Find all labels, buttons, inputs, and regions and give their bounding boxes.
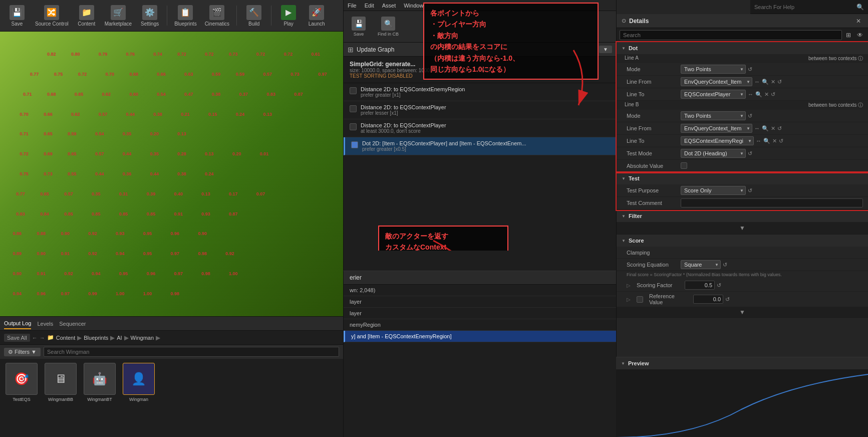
mode-dropdown-b[interactable]: Two Points [681,111,746,120]
eqs-save-button[interactable]: 💾 Save [348,15,370,39]
tab-output-log[interactable]: Output Log [4,318,31,329]
factor-reset[interactable]: ↺ [717,282,721,289]
source-control-button[interactable]: 🔀 Source Control [32,2,72,30]
lt-arrow-b[interactable]: ↔ [756,138,761,144]
tab-levels[interactable]: Levels [37,319,53,329]
lf-search-b[interactable]: 🔍 [762,125,769,132]
lf-arrow-b[interactable]: ↔ [754,125,760,131]
forward-arrow[interactable]: → [40,335,45,341]
test-check-0[interactable] [350,87,357,94]
dot-section-header[interactable]: ▼ Dot [617,42,868,54]
ref-checkbox[interactable] [637,296,643,303]
save-all-button[interactable]: Save All [4,334,30,342]
menu-file[interactable]: File [348,3,357,9]
test-comment-input[interactable] [681,198,863,207]
test-item-2[interactable]: Distance 2D: to EQSContextPlayer at leas… [344,119,616,137]
details-grid-button[interactable]: ⊞ [844,31,853,40]
lf-reset-a[interactable]: ↺ [777,79,782,85]
eqs-lower-item-2[interactable]: layer [344,308,616,319]
settings-button[interactable]: ⚙️ Settings [137,2,163,30]
content-button[interactable]: 📁 Content [74,2,100,30]
eqs-info: SimpleGrid: generate... size: 10000.0, s… [344,57,616,83]
details-close-button[interactable]: ✕ [854,17,863,26]
factor-input[interactable] [685,281,715,290]
lt-reset-a[interactable]: ↺ [771,91,775,98]
play-button[interactable]: ▶ Play [275,2,302,30]
eqs-lower-item-1[interactable]: layer [344,296,616,308]
cb-item-testeqs[interactable]: 🎯 TestEQS [4,363,39,402]
test-mode-dropdown[interactable]: Dot 2D (Heading) [681,149,746,158]
menu-asset[interactable]: Asset [382,3,396,9]
test-check-1[interactable] [350,105,357,112]
eqs-lower-item-3[interactable]: nemyRegion [344,319,616,331]
launch-button[interactable]: 🚀 Launch [304,2,330,30]
lf-x-a[interactable]: ✕ [771,79,775,85]
marketplace-button[interactable]: 🛒 Marketplace [102,2,135,30]
filters-button[interactable]: ⚙ Filters ▼ [4,348,41,356]
lt-arrow-a[interactable]: ↔ [748,91,753,97]
details-eye-button[interactable]: 👁 [855,31,865,40]
test-check-3[interactable] [351,141,358,148]
purpose-reset[interactable]: ↺ [748,187,752,194]
lf-x-b[interactable]: ✕ [771,125,775,132]
lf-arrow-a[interactable]: ↔ [754,79,760,85]
line-to-dropdown-a[interactable]: EQSContextPlayer [681,90,746,99]
test-item-1[interactable]: Distance 2D: to EQSContextPlayer prefer … [344,101,616,119]
blueprints-button[interactable]: 📋 Blueprints [171,2,199,30]
score-section-header[interactable]: ▼ Score [617,235,868,247]
breadcrumb-content[interactable]: Content [56,335,76,341]
line-to-dropdown-b[interactable]: EQSContextEnemyRegi [681,136,754,145]
lt-x-a[interactable]: ✕ [764,91,769,98]
ref-reset[interactable]: ↺ [725,296,730,303]
ref-input[interactable] [693,295,723,304]
preview-triangle: ▼ [621,361,625,366]
factor-triangle[interactable]: ▷ [627,283,633,288]
filter-expand[interactable]: ▼ [617,222,868,234]
lt-x-b[interactable]: ✕ [772,138,777,144]
lf-search-a[interactable]: 🔍 [762,79,769,85]
details-search-input[interactable] [620,30,842,40]
content-search-input[interactable] [44,347,339,357]
menu-window[interactable]: Window [404,3,423,9]
back-arrow[interactable]: ← [32,335,38,341]
save-button[interactable]: 💾 Save [4,2,30,30]
test-item-0[interactable]: Distance 2D: to EQSContextEnemyRegion pr… [344,83,616,101]
lt-search-b[interactable]: 🔍 [763,138,770,144]
absolute-value-checkbox[interactable] [681,162,687,169]
menu-edit[interactable]: Edit [365,3,374,9]
viewport[interactable]: 0.820.800.790.760.740.720.720.730.720.72… [0,32,343,316]
cinematics-button[interactable]: 🎬 Cinematics [202,2,232,30]
ref-triangle[interactable]: ▷ [627,297,633,302]
mode-reset-a[interactable]: ↺ [748,66,752,73]
lf-reset-b[interactable]: ↺ [777,125,782,132]
eqs-lower-item-4[interactable]: y] and [Item - EQSContextEnemyRegion] [344,331,616,342]
breadcrumb-blueprints[interactable]: Blueprints [84,335,108,341]
cb-item-wingmanbb[interactable]: 🖥 WingmanBB [43,363,78,402]
build-button[interactable]: 🔨 Build [241,2,267,30]
cb-item-wingman[interactable]: 👤 Wingman [121,363,156,402]
line-from-dropdown-a[interactable]: EnvQueryContext_Item [681,77,752,86]
lt-reset-b[interactable]: ↺ [779,138,783,144]
mode-reset-b[interactable]: ↺ [748,113,752,119]
line-from-dropdown-b[interactable]: EnvQueryContext_Item [681,124,752,133]
tab-sequencer[interactable]: Sequencer [59,319,86,329]
score-expand[interactable]: ▼ [617,307,868,317]
cb-item-wingmanbt[interactable]: 🤖 WingmanBT [82,363,117,402]
eqs-lower-item-0[interactable]: wn: 2,048) [344,285,616,296]
filter-section-header[interactable]: ▼ Filter [617,210,868,222]
search-help-input[interactable] [754,4,853,10]
breadcrumb-ai[interactable]: AI [117,335,122,341]
update-graph-button[interactable]: ▼ [599,46,612,53]
breadcrumb-wingman[interactable]: Wingman [131,335,154,341]
equation-reset[interactable]: ↺ [723,262,727,268]
lt-search-a[interactable]: 🔍 [755,91,762,98]
test-mode-reset[interactable]: ↺ [748,150,752,157]
eqs-find-button[interactable]: 🔍 Find in CB [374,15,403,39]
test-check-2[interactable] [350,123,357,130]
purpose-dropdown[interactable]: Score Only [681,186,746,195]
test-item-3[interactable]: Dot 2D: [Item - EQSContextPlayer] and [I… [344,137,616,155]
eqs-panel: File Edit Asset Window 💾 Save 🔍 Find in … [343,0,616,437]
equation-dropdown[interactable]: Square [681,260,721,269]
mode-dropdown-a[interactable]: Two Points [681,65,746,74]
test-section-header[interactable]: ▼ Test [617,172,868,184]
